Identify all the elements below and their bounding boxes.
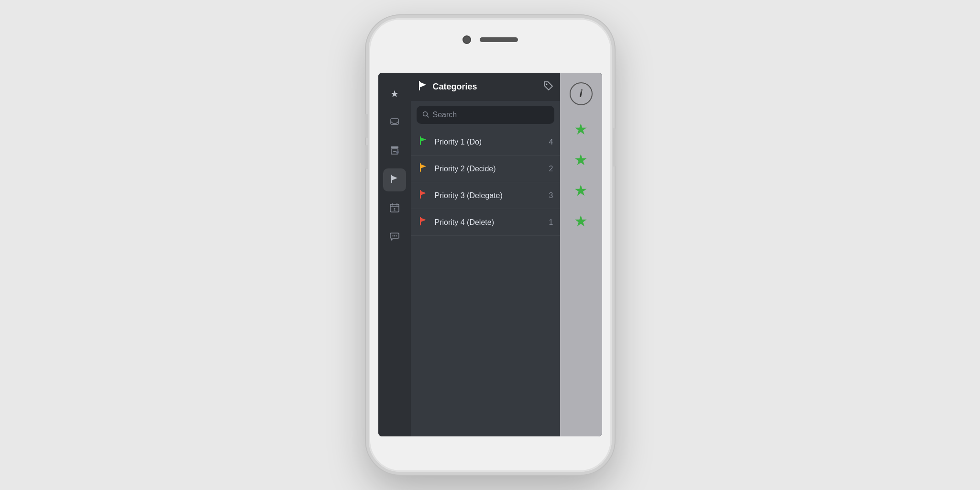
middle-panel: Categories <box>411 73 560 436</box>
star-button-4[interactable]: ★ <box>567 207 595 235</box>
star-button-1[interactable]: ★ <box>567 115 595 144</box>
flag-green-icon <box>418 136 429 147</box>
calendar-icon: 2 <box>389 202 400 215</box>
app-content: ★ <box>378 73 602 436</box>
sidebar-item-favorites[interactable]: ★ <box>383 82 406 105</box>
sidebar-item-categories[interactable] <box>383 168 406 191</box>
header-flag-icon <box>418 80 428 93</box>
svg-marker-22 <box>420 137 426 142</box>
flag-yellow-icon <box>418 163 429 174</box>
flag-sidebar-icon <box>390 174 399 186</box>
svg-marker-28 <box>420 218 426 222</box>
header-title: Categories <box>433 82 538 92</box>
power-button <box>613 128 616 167</box>
svg-line-20 <box>427 115 429 117</box>
category-name: Priority 1 (Do) <box>435 138 538 146</box>
star-button-2[interactable]: ★ <box>567 145 595 174</box>
info-icon: i <box>579 88 582 100</box>
svg-rect-1 <box>391 146 398 148</box>
phone-camera <box>462 35 471 44</box>
list-item[interactable]: Priority 3 (Delegate) 3 <box>411 182 560 209</box>
category-name: Priority 4 (Delete) <box>435 218 538 227</box>
list-item[interactable]: Priority 1 (Do) 4 <box>411 129 560 156</box>
category-count: 1 <box>544 218 553 227</box>
sidebar-item-calendar[interactable]: 2 <box>383 197 406 220</box>
category-list: Priority 1 (Do) 4 Priority 2 (Decide) 2 <box>411 129 560 436</box>
svg-marker-17 <box>419 82 426 88</box>
svg-marker-7 <box>392 176 397 180</box>
comment-icon <box>389 231 400 244</box>
svg-text:2: 2 <box>394 208 396 211</box>
flag-red-icon <box>418 190 429 201</box>
svg-rect-3 <box>393 151 396 152</box>
svg-point-18 <box>546 84 547 85</box>
inbox-icon <box>390 117 399 129</box>
phone-top-bar <box>462 35 518 44</box>
search-bar[interactable]: Search <box>417 106 554 124</box>
phone-device: ★ <box>366 15 615 475</box>
volume-down-button <box>365 145 368 169</box>
star-icon: ★ <box>390 88 399 100</box>
category-count: 2 <box>544 165 553 173</box>
sidebar-item-comments[interactable] <box>383 226 406 249</box>
list-item[interactable]: Priority 2 (Decide) 2 <box>411 156 560 182</box>
category-count: 4 <box>544 138 553 146</box>
volume-up-button <box>365 114 368 138</box>
svg-point-14 <box>394 235 395 236</box>
flag-red-icon-2 <box>418 217 429 228</box>
archive-icon: • <box>390 145 399 157</box>
star-green-icon-3: ★ <box>574 181 588 200</box>
category-count: 3 <box>544 191 553 200</box>
category-name: Priority 2 (Decide) <box>435 165 538 173</box>
svg-point-15 <box>396 235 396 236</box>
star-green-icon-4: ★ <box>574 212 588 230</box>
star-green-icon-1: ★ <box>574 120 588 138</box>
search-placeholder: Search <box>433 111 549 119</box>
svg-marker-24 <box>420 164 426 168</box>
svg-point-13 <box>392 235 393 236</box>
star-green-icon-2: ★ <box>574 151 588 169</box>
list-item[interactable]: Priority 4 (Delete) 1 <box>411 209 560 236</box>
search-icon <box>422 111 429 119</box>
sidebar: ★ <box>378 73 411 436</box>
phone-speaker <box>480 37 518 42</box>
category-name: Priority 3 (Delegate) <box>435 191 538 200</box>
panel-header: Categories <box>411 73 560 101</box>
right-panel: i ★ ★ ★ ★ <box>560 73 602 436</box>
phone-screen: ★ <box>378 73 602 436</box>
sidebar-item-inbox[interactable] <box>383 111 406 134</box>
info-button[interactable]: i <box>570 82 593 105</box>
star-button-3[interactable]: ★ <box>567 176 595 205</box>
header-tag-icon[interactable] <box>543 80 553 93</box>
sidebar-item-archive[interactable]: • <box>383 140 406 163</box>
svg-marker-26 <box>420 191 426 195</box>
